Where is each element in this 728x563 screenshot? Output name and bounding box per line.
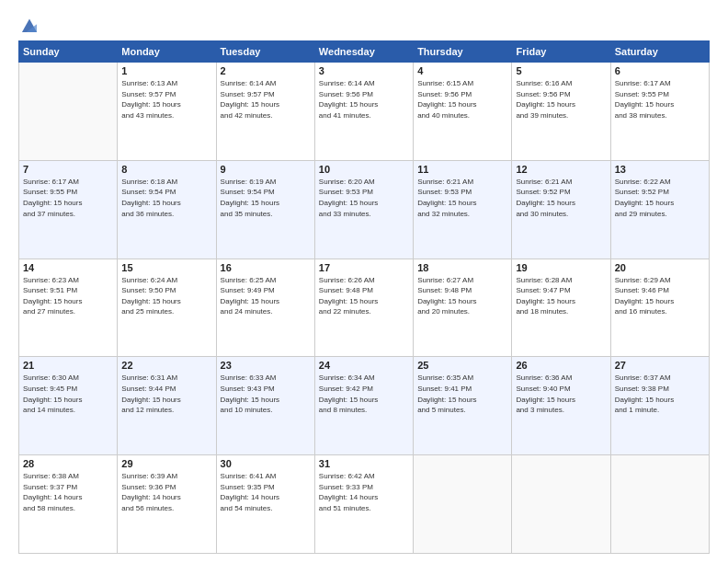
day-number: 16	[221, 262, 311, 273]
day-info: Sunrise: 6:20 AMSunset: 9:53 PMDaylight:…	[319, 177, 409, 219]
table-row: 16Sunrise: 6:25 AMSunset: 9:49 PMDayligh…	[216, 259, 314, 357]
day-number: 2	[221, 65, 311, 76]
table-row: 27Sunrise: 6:37 AMSunset: 9:38 PMDayligh…	[610, 357, 709, 455]
day-number: 26	[516, 360, 606, 371]
page: Sunday Monday Tuesday Wednesday Thursday…	[0, 0, 728, 563]
calendar-header-row: Sunday Monday Tuesday Wednesday Thursday…	[19, 41, 710, 63]
day-info: Sunrise: 6:33 AMSunset: 9:43 PMDaylight:…	[221, 373, 311, 415]
table-row: 14Sunrise: 6:23 AMSunset: 9:51 PMDayligh…	[19, 259, 118, 357]
table-row: 21Sunrise: 6:30 AMSunset: 9:45 PMDayligh…	[19, 357, 118, 455]
day-info: Sunrise: 6:35 AMSunset: 9:41 PMDaylight:…	[417, 373, 507, 415]
table-row: 9Sunrise: 6:19 AMSunset: 9:54 PMDaylight…	[216, 160, 314, 259]
table-row: 28Sunrise: 6:38 AMSunset: 9:37 PMDayligh…	[19, 455, 118, 554]
day-number: 25	[417, 360, 507, 371]
day-info: Sunrise: 6:26 AMSunset: 9:48 PMDaylight:…	[319, 275, 409, 317]
table-row	[610, 455, 709, 554]
day-number: 24	[319, 360, 409, 371]
day-number: 12	[516, 164, 606, 175]
table-row: 25Sunrise: 6:35 AMSunset: 9:41 PMDayligh…	[414, 357, 512, 455]
col-thursday: Thursday	[414, 41, 512, 63]
day-number: 30	[221, 458, 311, 469]
table-row: 29Sunrise: 6:39 AMSunset: 9:36 PMDayligh…	[118, 455, 216, 554]
logo	[18, 15, 40, 31]
col-wednesday: Wednesday	[314, 41, 413, 63]
day-info: Sunrise: 6:23 AMSunset: 9:51 PMDaylight:…	[23, 275, 113, 317]
table-row: 15Sunrise: 6:24 AMSunset: 9:50 PMDayligh…	[118, 259, 216, 357]
col-tuesday: Tuesday	[216, 41, 314, 63]
day-info: Sunrise: 6:38 AMSunset: 9:37 PMDaylight:…	[23, 471, 113, 513]
calendar-week-row: 14Sunrise: 6:23 AMSunset: 9:51 PMDayligh…	[19, 259, 710, 357]
day-info: Sunrise: 6:19 AMSunset: 9:54 PMDaylight:…	[221, 177, 311, 219]
day-number: 27	[615, 360, 705, 371]
table-row: 18Sunrise: 6:27 AMSunset: 9:48 PMDayligh…	[414, 259, 512, 357]
day-info: Sunrise: 6:14 AMSunset: 9:57 PMDaylight:…	[221, 78, 311, 121]
day-info: Sunrise: 6:21 AMSunset: 9:52 PMDaylight:…	[516, 177, 606, 219]
table-row: 30Sunrise: 6:41 AMSunset: 9:35 PMDayligh…	[216, 455, 314, 554]
table-row: 7Sunrise: 6:17 AMSunset: 9:55 PMDaylight…	[19, 160, 118, 259]
table-row: 6Sunrise: 6:17 AMSunset: 9:55 PMDaylight…	[610, 63, 709, 161]
day-number: 13	[615, 164, 705, 175]
day-number: 8	[121, 164, 211, 175]
day-info: Sunrise: 6:24 AMSunset: 9:50 PMDaylight:…	[121, 275, 211, 317]
day-info: Sunrise: 6:18 AMSunset: 9:54 PMDaylight:…	[121, 177, 211, 219]
table-row: 19Sunrise: 6:28 AMSunset: 9:47 PMDayligh…	[512, 259, 610, 357]
table-row	[19, 63, 118, 161]
day-info: Sunrise: 6:34 AMSunset: 9:42 PMDaylight:…	[319, 373, 409, 415]
day-info: Sunrise: 6:37 AMSunset: 9:38 PMDaylight:…	[615, 373, 705, 415]
day-info: Sunrise: 6:28 AMSunset: 9:47 PMDaylight:…	[516, 275, 606, 317]
day-info: Sunrise: 6:42 AMSunset: 9:33 PMDaylight:…	[319, 471, 409, 513]
col-friday: Friday	[512, 41, 610, 63]
day-info: Sunrise: 6:22 AMSunset: 9:52 PMDaylight:…	[615, 177, 705, 219]
day-number: 1	[121, 65, 211, 76]
day-info: Sunrise: 6:15 AMSunset: 9:56 PMDaylight:…	[417, 78, 507, 121]
day-number: 5	[516, 65, 606, 76]
day-number: 9	[221, 164, 311, 175]
day-number: 19	[516, 262, 606, 273]
col-sunday: Sunday	[19, 41, 118, 63]
table-row: 31Sunrise: 6:42 AMSunset: 9:33 PMDayligh…	[314, 455, 413, 554]
calendar-week-row: 21Sunrise: 6:30 AMSunset: 9:45 PMDayligh…	[19, 357, 710, 455]
table-row: 17Sunrise: 6:26 AMSunset: 9:48 PMDayligh…	[314, 259, 413, 357]
calendar-week-row: 28Sunrise: 6:38 AMSunset: 9:37 PMDayligh…	[19, 455, 710, 554]
table-row: 1Sunrise: 6:13 AMSunset: 9:57 PMDaylight…	[118, 63, 216, 161]
table-row: 20Sunrise: 6:29 AMSunset: 9:46 PMDayligh…	[610, 259, 709, 357]
day-number: 23	[221, 360, 311, 371]
day-info: Sunrise: 6:29 AMSunset: 9:46 PMDaylight:…	[615, 275, 705, 317]
day-number: 22	[121, 360, 211, 371]
day-number: 15	[121, 262, 211, 273]
day-number: 14	[23, 262, 113, 273]
calendar-week-row: 1Sunrise: 6:13 AMSunset: 9:57 PMDaylight…	[19, 63, 710, 161]
day-number: 20	[615, 262, 705, 273]
table-row: 22Sunrise: 6:31 AMSunset: 9:44 PMDayligh…	[118, 357, 216, 455]
table-row	[512, 455, 610, 554]
col-monday: Monday	[118, 41, 216, 63]
day-number: 3	[319, 65, 409, 76]
day-number: 7	[23, 164, 113, 175]
day-info: Sunrise: 6:31 AMSunset: 9:44 PMDaylight:…	[121, 373, 211, 415]
table-row: 8Sunrise: 6:18 AMSunset: 9:54 PMDaylight…	[118, 160, 216, 259]
table-row: 3Sunrise: 6:14 AMSunset: 9:56 PMDaylight…	[314, 63, 413, 161]
calendar-week-row: 7Sunrise: 6:17 AMSunset: 9:55 PMDaylight…	[19, 160, 710, 259]
table-row: 23Sunrise: 6:33 AMSunset: 9:43 PMDayligh…	[216, 357, 314, 455]
table-row: 2Sunrise: 6:14 AMSunset: 9:57 PMDaylight…	[216, 63, 314, 161]
header	[18, 15, 710, 31]
day-info: Sunrise: 6:41 AMSunset: 9:35 PMDaylight:…	[221, 471, 311, 513]
day-info: Sunrise: 6:14 AMSunset: 9:56 PMDaylight:…	[319, 78, 409, 121]
day-number: 28	[23, 458, 113, 469]
day-info: Sunrise: 6:17 AMSunset: 9:55 PMDaylight:…	[23, 177, 113, 219]
calendar-table: Sunday Monday Tuesday Wednesday Thursday…	[18, 40, 710, 554]
day-info: Sunrise: 6:27 AMSunset: 9:48 PMDaylight:…	[417, 275, 507, 317]
day-number: 31	[319, 458, 409, 469]
day-info: Sunrise: 6:36 AMSunset: 9:40 PMDaylight:…	[516, 373, 606, 415]
day-number: 17	[319, 262, 409, 273]
col-saturday: Saturday	[610, 41, 709, 63]
table-row: 24Sunrise: 6:34 AMSunset: 9:42 PMDayligh…	[314, 357, 413, 455]
day-info: Sunrise: 6:30 AMSunset: 9:45 PMDaylight:…	[23, 373, 113, 415]
day-number: 21	[23, 360, 113, 371]
table-row: 12Sunrise: 6:21 AMSunset: 9:52 PMDayligh…	[512, 160, 610, 259]
table-row: 5Sunrise: 6:16 AMSunset: 9:56 PMDaylight…	[512, 63, 610, 161]
day-number: 29	[121, 458, 211, 469]
day-number: 11	[417, 164, 507, 175]
day-info: Sunrise: 6:21 AMSunset: 9:53 PMDaylight:…	[417, 177, 507, 219]
table-row: 4Sunrise: 6:15 AMSunset: 9:56 PMDaylight…	[414, 63, 512, 161]
